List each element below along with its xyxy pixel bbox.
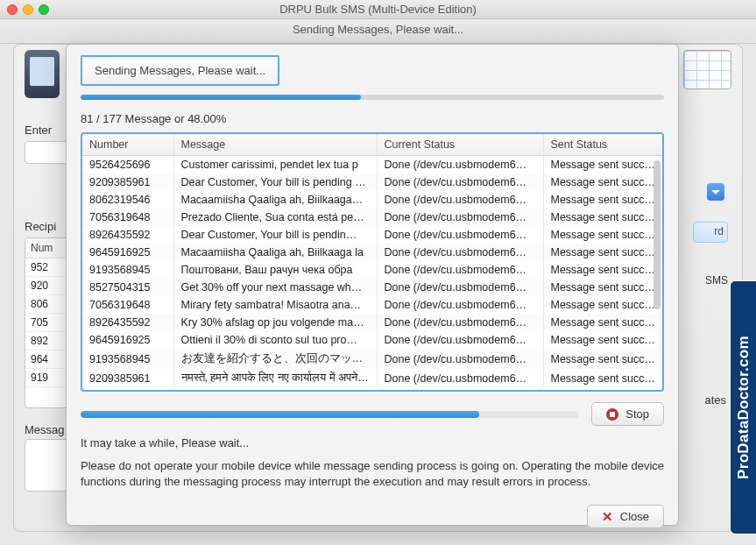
column-header[interactable]: Sent Status <box>543 134 664 156</box>
table-row[interactable]: 9645916925Macaamiisha Qaaliga ah, Biilka… <box>82 244 664 261</box>
cell-number: 9209385961 <box>82 173 173 191</box>
cell-message: Dear Customer, Your bill is pending … <box>173 173 377 191</box>
cell-number: 8062319546 <box>82 191 173 209</box>
cell-sent: Message sent succ… <box>543 209 664 226</box>
table-row[interactable]: 9645916925Ottieni il 30% di sconto sul t… <box>82 331 664 349</box>
window-subtitle: Sending Messages, Please wait... <box>0 19 756 44</box>
progress-counter: 81 / 177 Message or 48.00% <box>81 112 664 125</box>
message-label: Messag <box>25 423 65 436</box>
cell-status: Done (/dev/cu.usbmodem6… <box>377 331 543 349</box>
progress-bar-top <box>81 95 664 100</box>
recipients-label: Recipi <box>25 220 56 233</box>
cell-sent: Message sent succ… <box>543 331 664 349</box>
cell-status: Done (/dev/cu.usbmodem6… <box>377 156 543 174</box>
cell-status: Done (/dev/cu.usbmodem6… <box>377 173 543 191</box>
table-row[interactable]: 9193568945お友達を紹介すると、次回のマッサ…Done (/dev/cu… <box>82 349 664 369</box>
cell-number: 8926435592 <box>82 226 173 244</box>
dropdown-icon[interactable] <box>707 183 724 201</box>
cell-message: Customer carissimi, pendet lex tua p <box>173 156 377 174</box>
cell-sent: Message sent succ… <box>543 369 664 387</box>
table-row[interactable]: 9193568945Поштовани, Ваш рачун чека обра… <box>82 261 664 279</box>
cell-sent: Message sent succ… <box>543 191 664 209</box>
table-row[interactable]: 8062319546Macaamiisha Qaaliga ah, Biilka… <box>82 191 664 209</box>
table-row[interactable]: 9209385961नमस्ते, हमने आपके लिए नए कार्य… <box>82 369 664 387</box>
cell-message: Mirary fety sambatra! Misaotra ana… <box>173 296 377 314</box>
cell-number: 9193568945 <box>82 349 173 369</box>
cell-number: 9645916925 <box>82 244 173 261</box>
table-row[interactable]: 9209385961Dear Customer, Your bill is pe… <box>82 173 664 191</box>
cell-status: Done (/dev/cu.usbmodem6… <box>377 296 543 314</box>
cell-sent: Message sent succ… <box>543 261 664 279</box>
table-row[interactable]: 7056319648Mirary fety sambatra! Misaotra… <box>82 296 664 314</box>
cell-status: Done (/dev/cu.usbmodem6… <box>377 209 543 226</box>
calendar-icon <box>683 50 731 89</box>
column-header[interactable]: Number <box>82 134 173 156</box>
close-button-label: Close <box>620 510 649 523</box>
cell-number: 7056319648 <box>82 296 173 314</box>
table-row[interactable]: 8527504315Get 30% off your next massage … <box>82 279 664 296</box>
brand-side-tab-label: ProDataDoctor.com <box>735 336 752 479</box>
cell-status: Done (/dev/cu.usbmodem6… <box>377 349 543 369</box>
titlebar: DRPU Bulk SMS (Multi-Device Edition) <box>0 0 756 19</box>
stop-button-label: Stop <box>625 407 649 421</box>
cell-sent: Message sent succ… <box>543 349 664 369</box>
phone-icon <box>25 50 60 98</box>
cell-sent: Message sent succ… <box>543 156 664 174</box>
cell-number: 9526425696 <box>82 156 173 174</box>
cell-status: Done (/dev/cu.usbmodem6… <box>377 191 543 209</box>
column-header[interactable]: Current Status <box>377 134 543 156</box>
brand-side-tab[interactable]: ProDataDoctor.com <box>730 280 756 534</box>
sms-label: SMS <box>705 274 728 287</box>
cell-sent: Message sent succ… <box>543 314 664 331</box>
cell-message: नमस्ते, हमने आपके लिए नए कार्यालय में अप… <box>173 369 377 387</box>
sending-progress-dialog: Sending Messages, Please wait... 81 / 17… <box>66 44 679 526</box>
enter-label: Enter <box>25 124 52 137</box>
cell-sent: Message sent succ… <box>543 279 664 296</box>
cell-number: 7056319648 <box>82 209 173 226</box>
partial-label-ates: ates <box>704 393 726 407</box>
cell-message: Kry 30% afslag op jou volgende ma… <box>173 314 377 331</box>
table-row[interactable]: 9526425696Customer carissimi, pendet lex… <box>82 156 664 174</box>
table-row[interactable]: 8926435592Dear Customer, Your bill is pe… <box>82 226 664 244</box>
scrollbar-thumb[interactable] <box>654 160 661 309</box>
cell-message: お友達を紹介すると、次回のマッサ… <box>173 349 377 369</box>
dialog-header: Sending Messages, Please wait... <box>81 55 279 86</box>
cell-number: 8527504315 <box>82 279 173 296</box>
cell-message: Get 30% off your next massage wh… <box>173 279 377 296</box>
cell-status: Done (/dev/cu.usbmodem6… <box>377 261 543 279</box>
cell-sent: Message sent succ… <box>543 244 664 261</box>
warning-text: Please do not operate your mobile device… <box>81 458 664 489</box>
cell-number: 9193568945 <box>82 261 173 279</box>
close-icon: ✕ <box>602 510 613 523</box>
cell-status: Done (/dev/cu.usbmodem6… <box>377 244 543 261</box>
stop-icon <box>606 408 618 421</box>
column-header[interactable]: Message <box>173 134 377 156</box>
cell-number: 9209385961 <box>82 369 173 387</box>
cell-number: 9645916925 <box>82 331 173 349</box>
cell-message: Ottieni il 30% di sconto sul tuo pro… <box>173 331 377 349</box>
cell-sent: Message sent succ… <box>543 296 664 314</box>
cell-message: Macaamiisha Qaaliga ah, Biilkaaga la <box>173 244 377 261</box>
message-log-table[interactable]: NumberMessageCurrent StatusSent Status 9… <box>81 132 664 392</box>
stop-button[interactable]: Stop <box>591 402 664 426</box>
wait-text: It may take a while, Please wait... <box>81 436 664 449</box>
cell-message: Поштовани, Ваш рачун чека обра <box>173 261 377 279</box>
cell-message: Macaamiisha Qaaliga ah, Biilkaaga… <box>173 191 377 209</box>
cell-number: 8926435592 <box>82 314 173 331</box>
cell-message: Dear Customer, Your bill is pendin… <box>173 226 377 244</box>
cell-status: Done (/dev/cu.usbmodem6… <box>377 369 543 387</box>
cell-message: Prezado Cliente, Sua conta está pe… <box>173 209 377 226</box>
close-button[interactable]: ✕ Close <box>587 505 664 528</box>
table-row[interactable]: 8926435592Kry 30% afslag op jou volgende… <box>82 314 664 331</box>
cell-status: Done (/dev/cu.usbmodem6… <box>377 314 543 331</box>
table-row[interactable]: 7056319648Prezado Cliente, Sua conta est… <box>82 209 664 226</box>
cell-status: Done (/dev/cu.usbmodem6… <box>377 279 543 296</box>
window-title: DRPU Bulk SMS (Multi-Device Edition) <box>0 3 756 16</box>
progress-bar-bottom <box>81 411 579 418</box>
partial-button[interactable]: rd <box>693 222 728 243</box>
cell-sent: Message sent succ… <box>543 173 664 191</box>
cell-sent: Message sent succ… <box>543 226 664 244</box>
cell-status: Done (/dev/cu.usbmodem6… <box>377 226 543 244</box>
